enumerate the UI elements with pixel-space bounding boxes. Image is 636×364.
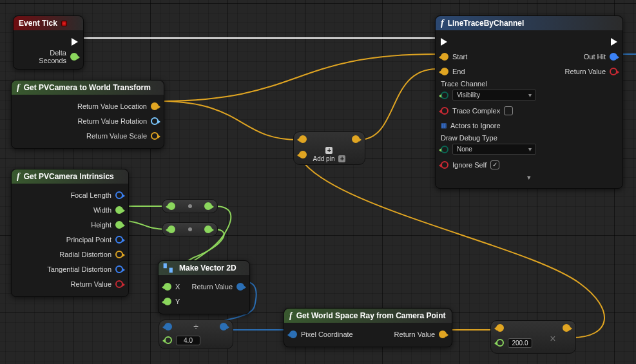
vector-in-pin[interactable] [441, 53, 448, 61]
vector-out-pin[interactable] [151, 132, 159, 140]
bool-in-pin[interactable] [441, 161, 448, 169]
cast-node-1[interactable] [162, 199, 218, 213]
struct-out-pin[interactable] [115, 191, 123, 199]
function-icon: f [441, 18, 444, 28]
node-title: Get World Space Ray from Camera Point [296, 311, 446, 320]
add-pin-label: Add pin [313, 155, 335, 162]
rotator-out-pin[interactable] [151, 117, 159, 125]
pin-label: Return Value [192, 283, 233, 291]
array-icon: ▦ [441, 122, 447, 129]
debug-type-dropdown[interactable]: None [452, 144, 536, 155]
out-pin[interactable] [204, 202, 212, 210]
vector-out-pin[interactable] [151, 102, 159, 110]
enum-in-pin[interactable] [441, 91, 448, 99]
int-out-pin[interactable] [115, 221, 123, 229]
pin-label: Actors to Ignore [450, 122, 501, 129]
cam-transform-node[interactable]: fGet PVCamera to World Transform Return … [11, 80, 164, 149]
pin-label: Return Value [565, 68, 606, 75]
drag-icon [188, 227, 192, 231]
function-icon: f [17, 82, 20, 93]
pin-label: Focal Length [70, 191, 111, 199]
pin-label: Trace Channel [441, 80, 487, 88]
value-input[interactable]: 4.0 [176, 336, 200, 345]
trace-complex-checkbox[interactable] [504, 106, 513, 115]
in-pin[interactable] [299, 135, 307, 143]
expand-node-button[interactable]: ▾ [441, 172, 617, 183]
make-vector2d-node[interactable]: ▘▖Make Vector 2D XReturn Value Y [158, 260, 250, 314]
plus-icon: + [325, 147, 332, 154]
trace-channel-dropdown[interactable]: Visibility [452, 90, 536, 101]
node-title: Get PVCamera Intrinsics [24, 172, 114, 181]
vector-out-pin[interactable] [439, 330, 447, 338]
pin-label: Trace Complex [452, 107, 500, 115]
float-in-pin[interactable] [164, 283, 171, 291]
node-header: fLineTraceByChannel [436, 16, 622, 30]
node-title: Get PVCamera to World Transform [24, 83, 151, 92]
pin-label: Radial Distortion [59, 251, 111, 258]
in-pin[interactable] [164, 336, 172, 344]
struct-out-pin[interactable] [115, 265, 123, 273]
struct-out-pin[interactable] [115, 236, 123, 244]
value-input[interactable]: 200.0 [508, 338, 532, 348]
divide-node[interactable]: ÷ 4.0 [159, 320, 233, 349]
node-title: Event Tick [19, 19, 57, 28]
pin-label: Delta Seconds [25, 49, 66, 64]
enum-in-pin[interactable] [441, 146, 448, 153]
node-header: fGet PVCamera Intrinsics [12, 169, 128, 184]
in-pin[interactable] [496, 324, 504, 332]
intrinsics-node[interactable]: fGet PVCamera Intrinsics Focal Length Wi… [11, 169, 129, 297]
exec-in-pin[interactable] [441, 38, 447, 46]
int-out-pin[interactable] [115, 206, 123, 214]
pin-label: Return Value [71, 280, 111, 288]
pin-label: Return Value Location [77, 102, 147, 110]
bool-out-pin[interactable] [610, 68, 617, 75]
add-struct-node[interactable]: +Add pin+ [293, 131, 365, 165]
node-header: ▘▖Make Vector 2D [159, 261, 249, 275]
pin-label: Return Value Rotation [78, 117, 147, 125]
float-out-pin[interactable] [70, 53, 78, 61]
node-title: Make Vector 2D [179, 263, 236, 273]
function-icon: f [17, 171, 20, 182]
vector2d-in-pin[interactable] [289, 330, 297, 338]
in-pin[interactable] [168, 202, 175, 210]
pin-label: Ignore Self [452, 161, 487, 169]
in-pin[interactable] [496, 339, 504, 347]
operator-label: ÷ [193, 321, 198, 332]
out-pin[interactable] [204, 225, 212, 233]
node-header: Event Tick [14, 16, 83, 30]
vector-in-pin[interactable] [441, 68, 448, 75]
out-pin[interactable] [563, 324, 570, 332]
struct-icon: ▘▖ [164, 263, 175, 273]
line-trace-node[interactable]: fLineTraceByChannel StartOut Hit EndRetu… [435, 15, 623, 189]
check-icon: ✓ [492, 161, 497, 168]
bool-out-pin[interactable] [115, 280, 123, 288]
out-pin[interactable] [220, 323, 227, 330]
vector-out-pin[interactable] [115, 251, 123, 258]
world-ray-node[interactable]: fGet World Space Ray from Camera Point P… [284, 308, 452, 347]
exec-out-pin[interactable] [72, 38, 78, 46]
multiply-node[interactable]: × 200.0 [490, 320, 576, 354]
out-pin[interactable] [352, 135, 360, 143]
add-pin-button[interactable]: + [338, 155, 345, 162]
event-tick-node[interactable]: Event Tick Delta Seconds [13, 15, 84, 70]
bool-in-pin[interactable] [441, 107, 448, 115]
pin-label: End [452, 68, 465, 75]
pin-label: Out Hit [584, 53, 606, 61]
exec-out-pin[interactable] [611, 38, 617, 46]
pin-label: Start [452, 53, 467, 61]
pin-label: Height [91, 221, 111, 229]
pin-label: Width [93, 206, 111, 214]
close-icon[interactable]: × [546, 332, 559, 345]
float-in-pin[interactable] [164, 298, 171, 305]
in-pin[interactable] [164, 323, 172, 330]
struct-out-pin[interactable] [610, 53, 617, 61]
event-indicator-icon [61, 21, 67, 26]
vector2d-out-pin[interactable] [236, 283, 244, 291]
in-pin[interactable] [299, 151, 307, 158]
in-pin[interactable] [168, 225, 175, 233]
pin-label: Tangential Distortion [47, 265, 111, 273]
node-header: fGet World Space Ray from Camera Point [284, 309, 452, 323]
cast-node-2[interactable] [162, 222, 218, 236]
ignore-self-checkbox[interactable]: ✓ [490, 160, 499, 169]
pin-label: X [175, 283, 180, 291]
